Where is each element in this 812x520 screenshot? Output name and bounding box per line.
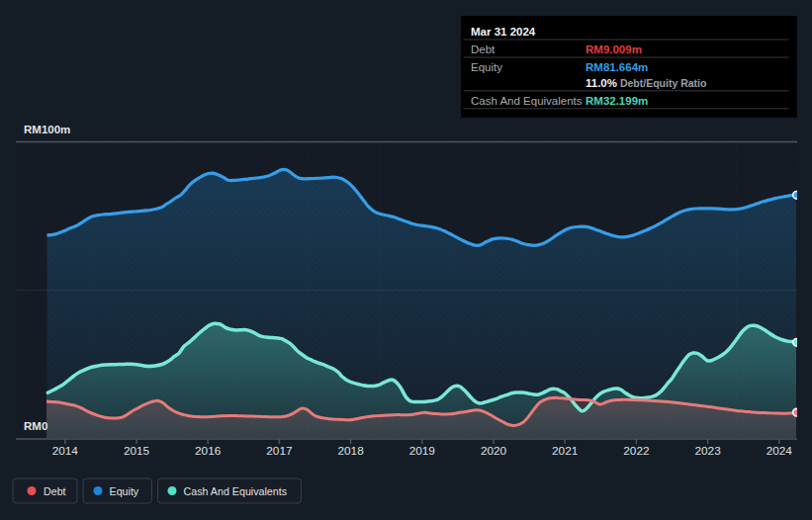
svg-text:2018: 2018: [337, 444, 364, 458]
svg-text:11.0% Debt/Equity Ratio: 11.0% Debt/Equity Ratio: [586, 77, 706, 89]
svg-text:2019: 2019: [409, 444, 435, 458]
svg-text:RM81.664m: RM81.664m: [586, 61, 648, 73]
svg-text:Equity: Equity: [471, 61, 502, 73]
svg-text:Mar 31 2024: Mar 31 2024: [471, 26, 536, 38]
svg-text:2021: 2021: [552, 444, 578, 458]
svg-text:2020: 2020: [481, 444, 507, 458]
svg-text:Debt: Debt: [471, 43, 496, 55]
svg-text:Cash And Equivalents: Cash And Equivalents: [471, 95, 583, 107]
svg-text:2022: 2022: [623, 444, 649, 458]
svg-text:2014: 2014: [52, 444, 79, 458]
svg-text:RM100m: RM100m: [24, 124, 70, 135]
svg-text:2015: 2015: [124, 444, 150, 458]
svg-text:2024: 2024: [767, 444, 793, 458]
svg-text:2017: 2017: [266, 444, 292, 458]
svg-text:RM9.009m: RM9.009m: [586, 43, 642, 55]
svg-text:Debt: Debt: [44, 485, 66, 497]
svg-text:RM0: RM0: [24, 420, 47, 432]
svg-text:2023: 2023: [694, 444, 721, 458]
svg-text:Cash And Equivalents: Cash And Equivalents: [184, 485, 288, 497]
svg-text:Equity: Equity: [110, 485, 139, 497]
svg-text:RM32.199m: RM32.199m: [586, 95, 648, 107]
svg-text:2016: 2016: [195, 444, 222, 458]
